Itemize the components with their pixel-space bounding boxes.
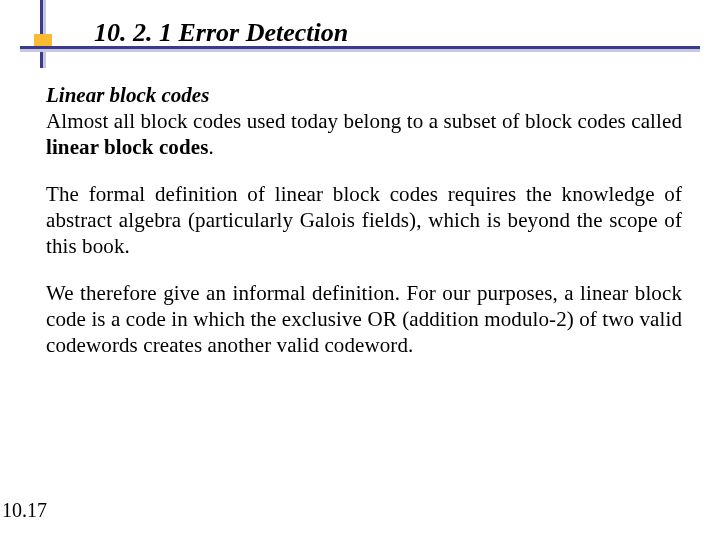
p1-a: Almost all block codes used today belong… (46, 109, 682, 133)
page-number: 10.17 (2, 499, 47, 522)
paragraph-2: The formal definition of linear block co… (46, 182, 682, 259)
subheading: Linear block codes (46, 82, 682, 108)
slide-title: 10. 2. 1 Error Detection (94, 18, 348, 48)
body: Linear block codes Almost all block code… (46, 82, 682, 358)
p1-b: . (208, 135, 213, 159)
paragraph-1: Almost all block codes used today belong… (46, 109, 682, 160)
paragraph-3: We therefore give an informal definition… (46, 281, 682, 358)
p1-bold: linear block codes (46, 135, 208, 159)
title-rule-light (20, 49, 700, 52)
